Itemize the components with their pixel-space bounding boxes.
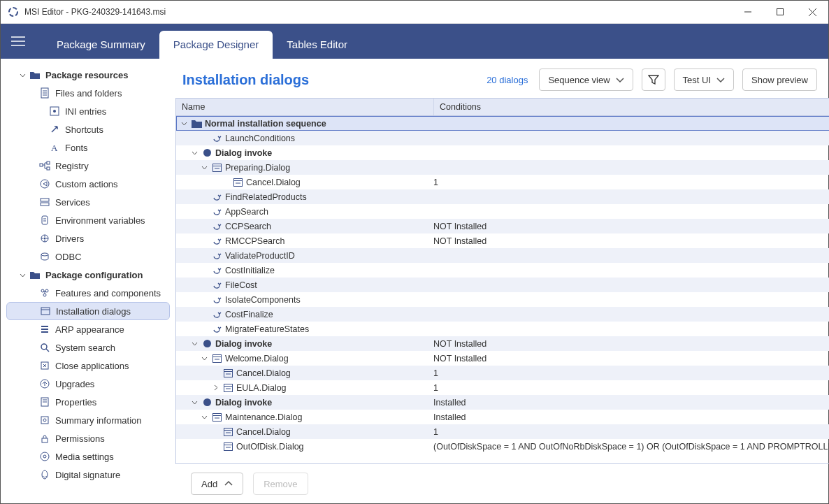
registry-icon [38,161,51,171]
sidebar-item-system-search[interactable]: System search [6,338,170,357]
table-row[interactable]: MigrateFeatureStates [176,322,829,336]
svg-point-0 [9,8,17,16]
search-icon [38,343,51,352]
expand-icon[interactable] [180,120,188,127]
media-icon [38,452,51,461]
table-row[interactable]: Cancel.Dialog1 [176,175,829,189]
expand-icon[interactable] [190,399,199,405]
row-label: LaunchConditions [225,134,295,143]
sidebar-item-odbc[interactable]: ODBC [6,247,170,266]
sidebar-item-close-applications[interactable]: Close applications [6,357,170,375]
table-row[interactable]: CostFinalize [176,307,829,322]
row-condition: NOT Installed [428,233,829,248]
svg-point-74 [203,398,211,406]
menu-button[interactable] [1,24,36,59]
sidebar-item-media-settings[interactable]: Media settings [6,447,170,466]
sidebar-item-label: Close applications [55,361,129,371]
table-row[interactable]: Preparing.Dialog [176,160,829,175]
view-mode-dropdown[interactable]: Sequence view [539,69,633,91]
table-row[interactable]: LaunchConditions [176,131,829,145]
table-row[interactable]: Dialog invokeInstalled [176,395,829,410]
table-row[interactable]: Cancel.Dialog1 [176,366,829,380]
loop-icon [211,222,222,231]
row-label: Dialog invoke [215,148,272,158]
expand-icon[interactable] [211,384,219,391]
table-row[interactable]: AppSearch [176,204,829,219]
filter-icon [648,74,659,85]
tab-package-summary[interactable]: Package Summary [43,31,159,59]
sidebar-group-package-configuration[interactable]: Package configuration [6,266,170,284]
expand-icon[interactable] [200,414,208,420]
svg-rect-65 [212,354,221,362]
sidebar-item-upgrades[interactable]: Upgrades [6,375,170,393]
row-condition [428,248,829,263]
sidebar-item-label: Drivers [55,233,84,244]
sidebar-item-services[interactable]: Services [6,193,170,211]
upgrade-icon [38,379,51,389]
sidebar-item-custom-actions[interactable]: Custom actions [6,175,170,193]
row-condition: Installed [428,395,829,410]
sidebar-item-permissions[interactable]: Permissions [6,429,170,447]
svg-rect-52 [42,438,48,442]
add-button[interactable]: Add [191,473,243,495]
sidebar-item-digital-signature[interactable]: Digital signature [6,466,170,484]
column-header-name[interactable]: Name [176,99,434,115]
table-row[interactable]: Cancel.Dialog1 [176,424,829,439]
test-ui-button[interactable]: Test UI [674,69,734,91]
table-row[interactable]: CostInitialize [176,263,829,278]
tab-package-designer[interactable]: Package Designer [159,31,273,59]
sidebar-item-label: INI entries [65,106,106,117]
sidebar-item-fonts[interactable]: AFonts [6,138,170,157]
sidebar-item-drivers[interactable]: Drivers [6,229,170,247]
features-icon [38,288,51,298]
expand-icon[interactable] [190,150,199,156]
sidebar-item-summary-information[interactable]: Summary information [6,411,170,429]
table-row[interactable]: EULA.Dialog1 [176,380,829,395]
svg-rect-68 [224,369,232,377]
svg-rect-78 [224,428,232,435]
table-row[interactable]: Welcome.DialogNOT Installed [176,351,829,366]
expand-icon[interactable] [200,164,208,171]
table-row[interactable]: Maintenance.DialogInstalled [176,410,829,424]
sidebar-item-properties[interactable]: Properties [6,393,170,411]
view-mode-label: Sequence view [548,75,610,85]
table-row[interactable]: RMCCPSearchNOT Installed [176,233,829,248]
sidebar-item-shortcuts[interactable]: Shortcuts [6,120,170,138]
sidebar-group-package-resources[interactable]: Package resources [6,66,170,84]
dialog-count: 20 dialogs [486,75,528,85]
table-row[interactable]: IsolateComponents [176,292,829,307]
sidebar-item-registry[interactable]: Registry [6,157,170,175]
expand-icon[interactable] [190,340,199,347]
column-header-conditions[interactable]: Conditions [434,99,829,115]
sidebar-item-files-and-folders[interactable]: Files and folders [6,84,170,102]
close-button[interactable] [796,1,828,23]
row-label: MigrateFeatureStates [225,324,309,334]
perm-icon [38,433,51,443]
sidebar-item-label: Installation dialogs [56,306,131,317]
filter-button[interactable] [642,69,665,91]
svg-rect-61 [233,178,242,186]
expand-icon[interactable] [200,355,208,361]
remove-button[interactable]: Remove [253,473,308,495]
sidebar-item-arp-appearance[interactable]: ARP appearance [6,320,170,338]
table-row[interactable]: FindRelatedProducts [176,189,829,204]
table-row[interactable]: OutOfDisk.Dialog(OutOfDiskSpace = 1 AND … [176,439,829,454]
table-row[interactable]: ValidateProductID [176,248,829,263]
minimize-button[interactable] [732,1,764,23]
sidebar-item-ini-entries[interactable]: INI entries [6,102,170,120]
row-label: Normal installation sequence [205,119,326,129]
show-preview-button[interactable]: Show preview [742,69,817,91]
table-row[interactable]: CCPSearchNOT Installed [176,219,829,233]
sidebar-item-environment-variables[interactable]: Environment variables [6,211,170,229]
tab-tables-editor[interactable]: Tables Editor [273,31,361,59]
loop-icon [211,310,222,319]
dlg-icon [211,164,222,172]
maximize-button[interactable] [764,1,796,23]
sidebar-item-features-and-components[interactable]: Features and components [6,284,170,302]
table-row[interactable]: Dialog invoke [176,145,829,160]
table-row[interactable]: Dialog invokeNOT Installed [176,336,829,351]
sidebar-item-installation-dialogs[interactable]: Installation dialogs [6,302,170,320]
dot-icon [201,398,212,407]
table-row[interactable]: FileCost [176,278,829,292]
table-row[interactable]: Normal installation sequence [176,116,829,131]
